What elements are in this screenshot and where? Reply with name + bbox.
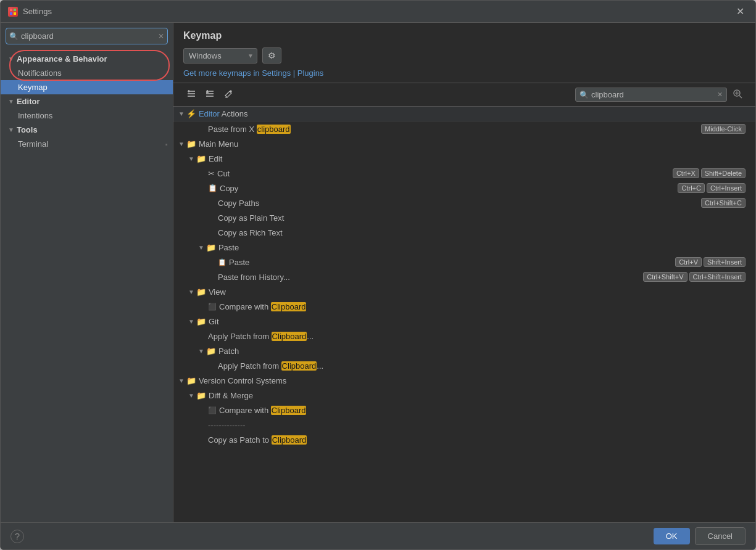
- tree-item-label: Apply Patch from Clipboard...: [218, 361, 750, 371]
- tree-item-copy-plain-text[interactable]: Copy as Plain Text: [173, 210, 755, 225]
- shortcut-badges: Ctrl+V Shift+Insert: [675, 257, 750, 267]
- ok-button[interactable]: OK: [654, 528, 690, 544]
- sidebar-item-editor[interactable]: ▼ Editor: [1, 94, 173, 109]
- keymap-search-box: 🔍 ✕: [575, 88, 727, 102]
- tree-item-label: Patch: [218, 347, 750, 356]
- folder-icon: 📁: [206, 347, 216, 356]
- tree-item-copy-rich-text[interactable]: Copy as Rich Text: [173, 225, 755, 240]
- tree-item-apply-patch-clipboard[interactable]: Apply Patch from Clipboard...: [173, 329, 755, 343]
- sidebar: 🔍 ✕ ▼ Appearance & Behavior Notification…: [1, 23, 173, 522]
- tree-item-label: Copy as Plain Text: [218, 213, 750, 223]
- tree-item-label: Version Control Systems: [199, 376, 750, 385]
- edit-shortcut-button[interactable]: [220, 87, 236, 102]
- tree-item-label: Cut: [217, 169, 673, 178]
- shortcut-badge: Ctrl+Shift+Insert: [689, 272, 746, 282]
- keymap-gear-button[interactable]: ⚙: [262, 47, 281, 64]
- shortcut-badge: Ctrl+V: [675, 257, 702, 267]
- chevron-down-icon[interactable]: ▼: [188, 318, 194, 325]
- tree-folder-main-menu[interactable]: ▼ 📁 Main Menu: [173, 136, 755, 151]
- tree-item-compare-clipboard[interactable]: ⬛ Compare with Clipboard: [173, 299, 755, 314]
- sidebar-search-input[interactable]: [6, 28, 168, 44]
- chevron-down-icon[interactable]: ▼: [198, 348, 204, 355]
- main-panel: Keymap Windows macOS Linux ▼ ⚙ Get more …: [173, 23, 755, 522]
- search-clear-icon[interactable]: ✕: [158, 32, 164, 41]
- shortcut-badges: Ctrl+Shift+V Ctrl+Shift+Insert: [643, 272, 750, 282]
- shortcut-badge: Ctrl+C: [678, 183, 704, 193]
- tree-item-label: Main Menu: [199, 139, 750, 149]
- dialog-title: Settings: [23, 7, 733, 16]
- tree-item-apply-patch-clipboard2[interactable]: Apply Patch from Clipboard...: [173, 358, 755, 373]
- cancel-button[interactable]: Cancel: [695, 527, 746, 545]
- chevron-down-icon[interactable]: ▼: [178, 110, 185, 117]
- tree-folder-edit[interactable]: ▼ 📁 Edit: [173, 151, 755, 166]
- chevron-down-icon[interactable]: ▼: [188, 392, 194, 399]
- sidebar-item-terminal[interactable]: Terminal ▪: [1, 137, 173, 151]
- toolbar: 🔍 ✕: [173, 83, 755, 107]
- keymap-select-wrapper: Windows macOS Linux ▼: [183, 48, 257, 64]
- chevron-down-icon[interactable]: ▼: [198, 244, 204, 251]
- tree-item-copy-patch-clipboard[interactable]: Copy as Patch to Clipboard: [173, 432, 755, 447]
- keymap-tree: ▼ ⚡ Editor Actions Paste from X clipboar…: [173, 107, 755, 522]
- sidebar-item-keymap[interactable]: Keymap: [1, 80, 173, 94]
- tree-item-label: Copy Paths: [218, 199, 701, 208]
- collapse-all-button[interactable]: [202, 87, 218, 102]
- tree-item-label: Compare with Clipboard: [219, 406, 750, 415]
- shortcut-badges: Ctrl+X Shift+Delete: [673, 168, 750, 178]
- chevron-down-icon: ▼: [8, 126, 14, 133]
- tree-item-compare-clipboard-vcs[interactable]: ⬛ Compare with Clipboard: [173, 403, 755, 417]
- tree-item-paste-x-clipboard[interactable]: Paste from X clipboard Middle-Click: [173, 121, 755, 136]
- tree-item-label: --------------: [208, 421, 750, 430]
- sidebar-item-appearance[interactable]: ▼ Appearance & Behavior: [1, 52, 173, 66]
- shortcut-badge: Ctrl+Shift+C: [701, 198, 746, 208]
- chevron-down-icon[interactable]: ▼: [188, 155, 194, 162]
- expand-all-button[interactable]: [183, 87, 199, 102]
- title-bar: Settings ✕: [1, 1, 755, 23]
- paste-icon: 📋: [218, 258, 226, 266]
- tree-folder-patch[interactable]: ▼ 📁 Patch: [173, 343, 755, 358]
- terminal-settings-icon: ▪: [165, 141, 168, 148]
- main-header: Keymap Windows macOS Linux ▼ ⚙ Get more …: [173, 23, 755, 83]
- shortcut-badge: Middle-Click: [701, 124, 746, 134]
- keymap-search-input[interactable]: [591, 90, 715, 99]
- tree-item-label: Git: [209, 317, 750, 326]
- tree-folder-view[interactable]: ▼ 📁 View: [173, 284, 755, 299]
- folder-icon: 📁: [196, 391, 206, 400]
- tree-item-paste-history[interactable]: Paste from History... Ctrl+Shift+V Ctrl+…: [173, 269, 755, 284]
- chevron-down-icon[interactable]: ▼: [178, 377, 185, 384]
- folder-icon: 📁: [206, 243, 216, 252]
- keymap-select[interactable]: Windows macOS Linux: [183, 48, 257, 64]
- tree-item-label: Copy: [220, 184, 678, 193]
- tree-item-paste[interactable]: 📋 Paste Ctrl+V Shift+Insert: [173, 255, 755, 269]
- tree-folder-vcs[interactable]: ▼ 📁 Version Control Systems: [173, 373, 755, 388]
- tree-folder-diff-merge[interactable]: ▼ 📁 Diff & Merge: [173, 388, 755, 403]
- folder-icon: 📁: [186, 376, 196, 385]
- tree-folder-paste[interactable]: ▼ 📁 Paste: [173, 240, 755, 255]
- sidebar-item-tools[interactable]: ▼ Tools: [1, 123, 173, 137]
- keymap-plugins-link[interactable]: Get more keymaps in Settings | Plugins: [183, 68, 323, 78]
- tree-item-copy[interactable]: 📋 Copy Ctrl+C Ctrl+Insert: [173, 181, 755, 195]
- tree-item-cut[interactable]: ✂ Cut Ctrl+X Shift+Delete: [173, 166, 755, 181]
- shortcut-badge: Ctrl+X: [673, 168, 699, 178]
- svg-rect-3: [14, 12, 16, 15]
- sidebar-item-label: Intentions: [18, 111, 52, 120]
- chevron-down-icon[interactable]: ▼: [188, 289, 194, 295]
- tree-item-label: View: [209, 287, 750, 297]
- keymap-controls: Windows macOS Linux ▼ ⚙: [183, 47, 746, 64]
- tree-item-label: Apply Patch from Clipboard...: [208, 332, 750, 341]
- content-area: 🔍 ✕ ▼ Appearance & Behavior Notification…: [1, 23, 755, 522]
- search-filter-clear-icon[interactable]: ✕: [717, 91, 723, 99]
- sidebar-item-intentions[interactable]: Intentions: [1, 109, 173, 123]
- editor-actions-icon: ⚡: [186, 109, 196, 118]
- close-button[interactable]: ✕: [733, 4, 748, 18]
- tree-group-editor-actions[interactable]: ▼ ⚡ Editor Actions: [173, 107, 755, 121]
- sidebar-item-label: Keymap: [18, 83, 48, 92]
- help-button[interactable]: ?: [10, 530, 24, 543]
- chevron-down-icon: ▼: [8, 55, 14, 62]
- find-action-button[interactable]: [729, 87, 746, 102]
- chevron-down-icon[interactable]: ▼: [178, 141, 185, 147]
- shortcut-badge: Shift+Delete: [701, 168, 746, 178]
- tree-folder-git[interactable]: ▼ 📁 Git: [173, 314, 755, 329]
- search-box: 🔍 ✕: [6, 28, 168, 44]
- sidebar-item-notifications[interactable]: Notifications: [1, 66, 173, 80]
- tree-item-copy-paths[interactable]: Copy Paths Ctrl+Shift+C: [173, 195, 755, 210]
